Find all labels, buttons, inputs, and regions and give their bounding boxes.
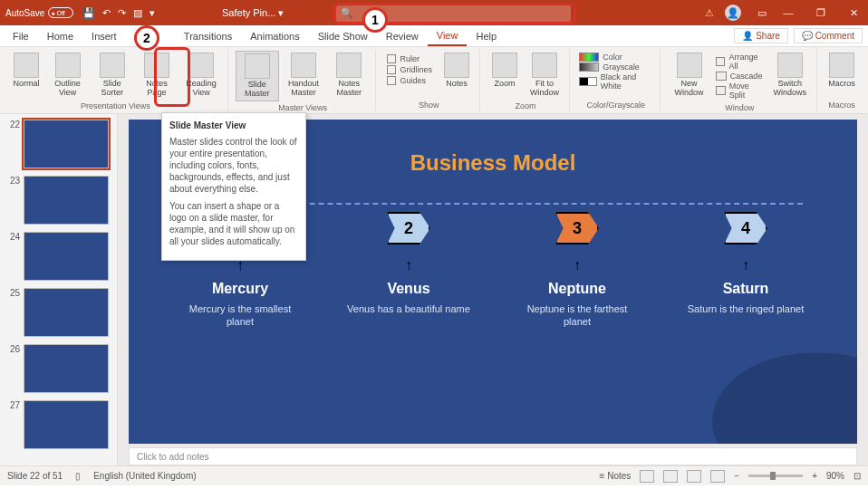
arrange-all-button[interactable]: Arrange All bbox=[716, 53, 764, 71]
callout-box-slide-master bbox=[154, 47, 190, 107]
process-item[interactable]: 4 ↑ Saturn Saturn is the ringed planet bbox=[682, 212, 809, 329]
group-macros: Macros Macros bbox=[819, 49, 864, 111]
zoom-in-button[interactable]: + bbox=[812, 471, 817, 481]
tab-animations[interactable]: Animations bbox=[241, 27, 308, 45]
ribbon: Normal Outline View Slide Sorter Notes P… bbox=[0, 47, 868, 114]
ribbon-tabs: File Home Insert Design Transitions Anim… bbox=[0, 25, 868, 47]
autosave-state[interactable]: ● Off bbox=[48, 7, 73, 18]
step-name: Mercury bbox=[212, 281, 268, 297]
thumbnail[interactable]: 27 bbox=[0, 398, 117, 451]
group-label: Master Views bbox=[236, 103, 371, 112]
zoom-button[interactable]: Zoom bbox=[487, 51, 522, 91]
group-zoom: Zoom Fit to Window Zoom bbox=[482, 49, 570, 111]
switch-windows-button[interactable]: Switch Windows bbox=[768, 51, 811, 100]
color-button[interactable]: Color bbox=[579, 53, 652, 62]
share-button[interactable]: 👤 Share bbox=[734, 28, 787, 43]
gridlines-checkbox[interactable]: Gridlines bbox=[387, 65, 432, 74]
fit-to-window-button[interactable]: Fit to Window bbox=[526, 51, 564, 100]
thumbnail[interactable]: 22 bbox=[0, 118, 117, 170]
tab-file[interactable]: File bbox=[4, 27, 38, 45]
tooltip-title: Slide Master View bbox=[169, 120, 298, 130]
outline-view-button[interactable]: Outline View bbox=[47, 51, 88, 100]
step-name: Saturn bbox=[723, 281, 769, 297]
cascade-button[interactable]: Cascade bbox=[716, 72, 764, 81]
normal-view-icon[interactable] bbox=[640, 470, 654, 483]
group-label: Zoom bbox=[487, 101, 564, 110]
guides-checkbox[interactable]: Guides bbox=[387, 76, 432, 85]
ruler-checkbox[interactable]: Ruler bbox=[387, 54, 432, 63]
tab-review[interactable]: Review bbox=[377, 27, 428, 45]
zoom-out-button[interactable]: − bbox=[734, 471, 739, 481]
tooltip-paragraph: You can insert a shape or a logo on a sl… bbox=[169, 200, 298, 247]
callout-2: 2 bbox=[134, 25, 159, 51]
group-label: Show bbox=[383, 101, 474, 110]
autosave-toggle[interactable]: AutoSave ● Off bbox=[5, 7, 73, 18]
slideshow-view-icon[interactable] bbox=[710, 470, 725, 483]
process-item[interactable]: 2 ↑ Venus Venus has a beautiful name bbox=[345, 212, 472, 329]
slide-master-tooltip: Slide Master View Master slides control … bbox=[161, 112, 306, 261]
redo-icon[interactable]: ↷ bbox=[118, 7, 126, 19]
fit-to-window-icon[interactable]: ⊡ bbox=[854, 471, 861, 481]
accessibility-icon[interactable]: ▯ bbox=[75, 471, 81, 481]
status-bar: Slide 22 of 51 ▯ English (United Kingdom… bbox=[0, 465, 868, 485]
decoration-dots bbox=[785, 129, 839, 165]
zoom-slider[interactable] bbox=[748, 475, 803, 477]
process-item[interactable]: 3 ↑ Neptune Neptune is the farthest plan… bbox=[514, 212, 641, 329]
language-status[interactable]: English (United Kingdom) bbox=[93, 471, 196, 481]
step-name: Neptune bbox=[548, 281, 606, 297]
step-badge: 4 bbox=[724, 212, 767, 244]
handout-master-button[interactable]: Handout Master bbox=[283, 51, 324, 100]
minimize-button[interactable]: — bbox=[777, 4, 799, 22]
notes-input[interactable]: Click to add notes bbox=[129, 447, 857, 465]
warning-icon[interactable]: ⚠ bbox=[705, 7, 714, 19]
qat-dropdown-icon[interactable]: ▾ bbox=[149, 7, 155, 19]
save-icon[interactable]: 💾 bbox=[82, 7, 95, 19]
step-desc: Mercury is the smallest planet bbox=[177, 302, 304, 329]
notes-master-button[interactable]: Notes Master bbox=[328, 51, 370, 100]
thumbnail[interactable]: 25 bbox=[0, 286, 117, 339]
autosave-label: AutoSave bbox=[5, 8, 44, 18]
slide-counter[interactable]: Slide 22 of 51 bbox=[7, 471, 63, 481]
undo-icon[interactable]: ↶ bbox=[102, 7, 111, 19]
step-desc: Neptune is the farthest planet bbox=[514, 302, 641, 329]
tab-help[interactable]: Help bbox=[467, 27, 506, 45]
macros-button[interactable]: Macros bbox=[825, 51, 859, 91]
reading-view-icon[interactable] bbox=[687, 470, 701, 483]
comment-button[interactable]: 💬 Comment bbox=[794, 28, 863, 43]
black-white-button[interactable]: Black and White bbox=[579, 72, 652, 91]
notes-toggle[interactable]: ≡ Notes bbox=[600, 471, 632, 481]
step-name: Venus bbox=[387, 281, 429, 297]
grayscale-button[interactable]: Grayscale bbox=[579, 62, 652, 72]
arrow-up-icon: ↑ bbox=[405, 257, 412, 273]
arrow-up-icon: ↑ bbox=[574, 257, 581, 273]
new-window-button[interactable]: New Window bbox=[668, 51, 710, 100]
sorter-view-icon[interactable] bbox=[663, 470, 678, 483]
notes-button[interactable]: Notes bbox=[439, 51, 474, 91]
slide-sorter-button[interactable]: Slide Sorter bbox=[92, 51, 132, 100]
thumbnail-panel[interactable]: 22 23 24 25 26 27 bbox=[0, 114, 118, 465]
thumbnail[interactable]: 23 bbox=[0, 174, 117, 226]
main-area: 22 23 24 25 26 27 Business Model 1 ↑ Mer… bbox=[0, 114, 868, 465]
close-button[interactable]: ✕ bbox=[843, 4, 864, 22]
arrow-up-icon: ↑ bbox=[742, 257, 749, 273]
move-split-button[interactable]: Move Split bbox=[716, 82, 764, 100]
slide-master-button[interactable]: Slide Master bbox=[236, 51, 279, 101]
group-label: Color/Grayscale bbox=[577, 101, 654, 110]
decoration-blob bbox=[712, 353, 857, 444]
step-badge: 2 bbox=[387, 212, 430, 244]
document-title[interactable]: Safety Pin... ▾ bbox=[222, 7, 284, 19]
start-slideshow-icon[interactable]: ▨ bbox=[133, 7, 142, 19]
user-avatar[interactable]: 👤 bbox=[725, 5, 741, 21]
tab-view[interactable]: View bbox=[428, 26, 468, 46]
zoom-level[interactable]: 90% bbox=[826, 471, 844, 481]
restore-button[interactable]: ❐ bbox=[810, 4, 832, 22]
tooltip-paragraph: Master slides control the look of your e… bbox=[169, 136, 298, 195]
normal-view-button[interactable]: Normal bbox=[9, 51, 43, 91]
tab-transitions[interactable]: Transitions bbox=[175, 27, 241, 45]
callout-1: 1 bbox=[362, 7, 388, 33]
tab-insert[interactable]: Insert bbox=[82, 27, 126, 45]
thumbnail[interactable]: 26 bbox=[0, 342, 117, 395]
thumbnail[interactable]: 24 bbox=[0, 230, 117, 283]
tab-home[interactable]: Home bbox=[38, 27, 82, 45]
ribbon-options-icon[interactable]: ▭ bbox=[757, 7, 767, 19]
